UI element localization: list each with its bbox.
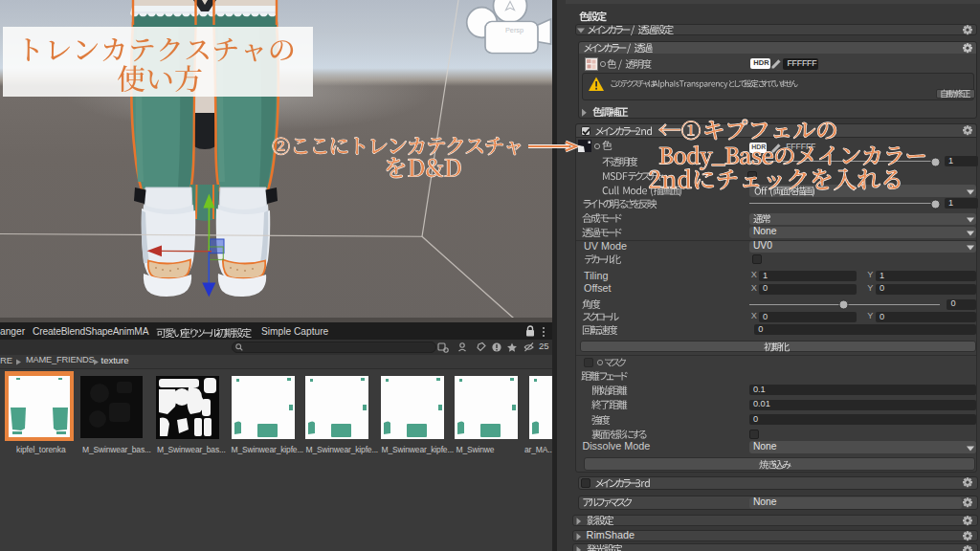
svg-text:Persp: Persp — [505, 26, 523, 34]
